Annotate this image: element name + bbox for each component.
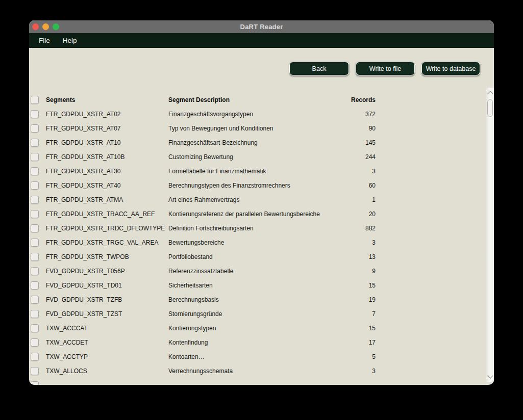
segment-description: Portfoliobestand (168, 253, 321, 260)
table-row[interactable]: TXW_ACCCAT Kontierungstypen 15 (29, 321, 486, 335)
segment-description: Referenzzinssatztabelle (168, 268, 321, 275)
segment-name: TXW_ACCCAT (46, 325, 168, 332)
table-row[interactable]: FTR_GDPDU_XSTR_AT30 Formeltabelle für Fi… (29, 164, 486, 178)
row-checkbox[interactable] (31, 210, 39, 218)
records-value: 15 (321, 325, 376, 332)
row-checkbox[interactable] (31, 153, 39, 161)
segment-description: Typ von Bewegungen und Konditionen (168, 125, 321, 132)
records-value: 7 (321, 310, 376, 318)
table-row[interactable]: FTR_GDPDU_XSTR_AT02 Finanzgeschäftsvorga… (29, 107, 486, 121)
records-value: 13 (321, 253, 376, 260)
table-row[interactable]: TXW_ALLOCS Verrechnungsschemata 3 (29, 364, 486, 378)
row-checkbox[interactable] (31, 181, 39, 190)
column-header-description: Segment Description (168, 96, 321, 103)
table-row[interactable]: FTR_GDPDU_XSTR_AT10B Customizing Bewertu… (29, 150, 486, 164)
segment-description: Verrechnungsschemata (168, 368, 321, 375)
table-row[interactable]: FVD_GDPDU_XSTR_TD01 Sicherheitsarten 15 (29, 278, 486, 293)
segment-name: FTR_GDPDU_XSTR_AT07 (46, 125, 168, 132)
segment-name: FVD_GDPDU_XSTR_TZST (46, 310, 168, 318)
records-value: 15 (321, 282, 376, 289)
records-value: 372 (321, 111, 376, 118)
segment-description: Berechnungsbasis (168, 296, 321, 303)
row-checkbox[interactable] (31, 196, 39, 204)
table-row[interactable]: FVD_GDPDU_XSTR_TZFB Berechnungsbasis 19 (29, 293, 486, 307)
segment-description: Finanzgeschäftsart-Bezeichnung (168, 139, 321, 146)
row-checkbox[interactable] (31, 239, 39, 247)
segment-description: Definition Fortschreibungsarten (168, 225, 321, 232)
segment-name: FTR_GDPDU_XSTR_AT30 (46, 168, 168, 175)
row-checkbox[interactable] (31, 253, 39, 261)
row-checkbox[interactable] (31, 267, 39, 275)
records-value: 19 (321, 296, 376, 303)
table-row[interactable]: TXW_ACCDET Kontenfindung 17 (29, 335, 486, 350)
segment-name: FTR_GDPDU_XSTR_TRGC_VAL_AREA (46, 239, 168, 246)
segment-description: Stornierungsgründe (168, 310, 321, 318)
records-value: 882 (321, 225, 376, 232)
segment-name: FVD_GDPDU_XSTR_TZFB (46, 296, 168, 303)
row-checkbox[interactable] (31, 353, 39, 361)
scrollbar-thumb[interactable] (487, 99, 493, 117)
records-value: 60 (321, 182, 376, 189)
select-all-checkbox[interactable] (31, 96, 39, 104)
records-value: 90 (321, 125, 376, 132)
minimize-window-icon[interactable] (42, 23, 49, 30)
window-title: DaRT Reader (240, 23, 283, 31)
scroll-down-icon[interactable] (487, 373, 493, 378)
menu-bar: File Help (29, 33, 494, 48)
write-to-file-button[interactable]: Write to file (356, 62, 415, 75)
table-header-row: Segments Segment Description Records (29, 93, 486, 107)
row-checkbox[interactable] (31, 167, 39, 175)
zoom-window-icon[interactable] (53, 23, 59, 30)
menu-item-file[interactable]: File (39, 37, 50, 44)
segment-description: Bewertungsbereiche (168, 239, 321, 246)
close-window-icon[interactable] (32, 23, 39, 30)
segment-description: Art eines Rahmenvertrags (168, 196, 321, 203)
vertical-scrollbar[interactable] (486, 88, 494, 382)
row-checkbox[interactable] (31, 281, 39, 290)
table-row[interactable]: FTR_GDPDU_XSTR_AT40 Berechnungstypen des… (29, 178, 486, 193)
segment-description: Berechnungstypen des Finanzstromrechners (168, 182, 321, 189)
app-window: DaRT Reader File Help Back Write to file… (29, 20, 494, 385)
table-row[interactable]: FVD_GDPDU_XSTR_T056P Referenzzinssatztab… (29, 264, 486, 278)
table-row[interactable]: FTR_GDPDU_XSTR_ATMA Art eines Rahmenvert… (29, 193, 486, 207)
column-header-records: Records (321, 96, 376, 103)
records-value: 17 (321, 339, 376, 346)
records-value: 5 (321, 353, 376, 360)
window-controls (32, 23, 59, 30)
menu-item-help[interactable]: Help (63, 37, 77, 44)
row-checkbox[interactable] (31, 381, 39, 385)
segment-description: Kontierungsreferenz der parallelen Bewer… (168, 211, 321, 218)
table-row[interactable]: FTR_GDPDU_XSTR_TWPOB Portfoliobestand 13 (29, 250, 486, 264)
segment-name: FTR_GDPDU_XSTR_AT02 (46, 111, 168, 118)
table-row[interactable]: FTR_GDPDU_XSTR_TRGC_VAL_AREA Bewertungsb… (29, 235, 486, 250)
segment-description: Formeltabelle für Finanzmathematik (168, 168, 321, 175)
row-checkbox[interactable] (31, 338, 39, 347)
table-row[interactable]: TXW_ACCTYP Kontoarten… 5 (29, 350, 486, 364)
table-row[interactable]: FTR_GDPDU_XSTR_AT07 Typ von Bewegungen u… (29, 121, 486, 136)
scroll-up-icon[interactable] (487, 91, 493, 96)
segment-name: TXW_ACCDET (46, 339, 168, 346)
segment-description: Sicherheitsarten (168, 282, 321, 289)
row-checkbox[interactable] (31, 324, 39, 332)
segment-description: Kontenfindung (168, 339, 321, 346)
table-row[interactable]: FTR_GDPDU_XSTR_TRACC_AA_REF Kontierungsr… (29, 207, 486, 221)
table-row-partial[interactable] (29, 378, 486, 385)
row-checkbox[interactable] (31, 110, 39, 118)
table-row[interactable]: FTR_GDPDU_XSTR_TRDC_DFLOWTYPE Definition… (29, 221, 486, 235)
segment-name: FTR_GDPDU_XSTR_TWPOB (46, 253, 168, 260)
records-value: 3 (321, 239, 376, 246)
row-checkbox[interactable] (31, 224, 39, 232)
row-checkbox[interactable] (31, 296, 39, 304)
table-row[interactable]: FTR_GDPDU_XSTR_AT10 Finanzgeschäftsart-B… (29, 136, 486, 150)
back-button[interactable]: Back (289, 62, 349, 75)
column-header-segments: Segments (46, 96, 168, 103)
write-to-database-button[interactable]: Write to database (421, 62, 480, 75)
title-bar: DaRT Reader (29, 20, 494, 33)
row-checkbox[interactable] (31, 367, 39, 375)
row-checkbox[interactable] (31, 124, 39, 133)
records-value: 145 (321, 139, 376, 146)
table-row[interactable]: FVD_GDPDU_XSTR_TZST Stornierungsgründe 7 (29, 307, 486, 321)
row-checkbox[interactable] (31, 139, 39, 147)
records-value: 244 (321, 153, 376, 161)
row-checkbox[interactable] (31, 310, 39, 318)
